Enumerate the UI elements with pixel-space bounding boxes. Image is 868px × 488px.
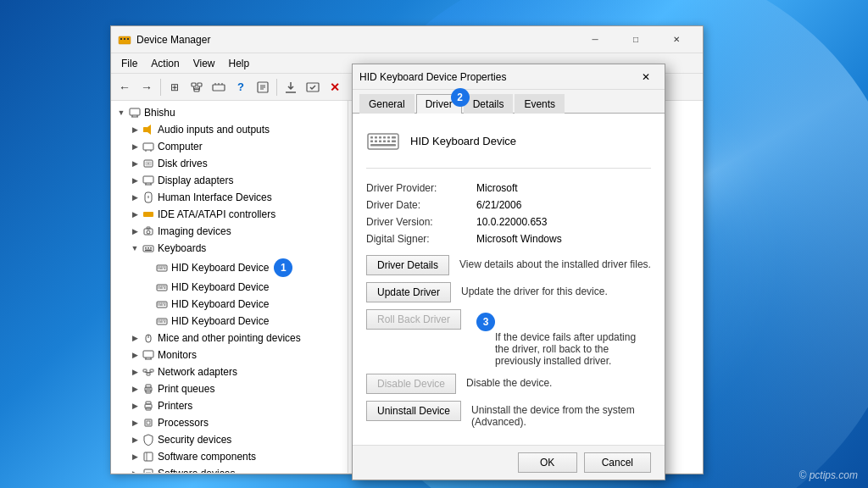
svg-rect-38 <box>143 212 153 217</box>
properties-button[interactable] <box>253 77 273 97</box>
window-controls: ─ □ ✕ <box>576 30 696 50</box>
uninstall-device-button[interactable]: Uninstall Device <box>366 401 461 421</box>
svg-rect-24 <box>143 127 147 132</box>
display-toggle: ▶ <box>128 174 142 187</box>
kbd2-icon <box>155 280 169 294</box>
menu-view[interactable]: View <box>186 56 222 71</box>
tree-item-kbd2[interactable]: ▶ HID Keyboard Device <box>111 279 348 296</box>
close-button[interactable]: ✕ <box>657 30 696 50</box>
tree-ide-label: IDE ATA/ATAPI controllers <box>158 208 275 220</box>
tree-item-print[interactable]: ▶ Print queues <box>111 380 348 397</box>
svg-rect-0 <box>119 36 131 44</box>
tree-item-sw-components[interactable]: ▶ Software components <box>111 448 348 465</box>
show-resources-button[interactable] <box>209 77 229 97</box>
tree-item-monitors[interactable]: ▶ Monitors <box>111 347 348 363</box>
forward-button[interactable]: → <box>136 77 157 97</box>
svg-rect-59 <box>161 286 163 287</box>
device-large-icon <box>366 124 400 158</box>
minimize-button[interactable]: ─ <box>576 30 615 50</box>
printers-toggle: ▶ <box>128 399 142 413</box>
tree-item-security[interactable]: ▶ Security devices <box>111 431 348 448</box>
sw-devices-icon <box>142 467 155 473</box>
maximize-button[interactable]: □ <box>616 30 655 50</box>
signer-label: Digital Signer: <box>366 233 476 245</box>
menu-file[interactable]: File <box>114 56 144 71</box>
delete-button[interactable]: ✕ <box>325 77 345 97</box>
scan-button[interactable] <box>303 77 323 97</box>
dialog-title: HID Keyboard Device Properties <box>359 71 634 83</box>
keyboards-toggle: ▼ <box>128 241 142 255</box>
tree-item-display[interactable]: ▶ Display adapters <box>111 172 348 189</box>
show-hidden-button[interactable]: ⊞ <box>164 77 185 97</box>
tree-item-ide[interactable]: ▶ IDE ATA/ATAPI controllers <box>111 206 348 223</box>
svg-rect-58 <box>159 286 161 287</box>
cancel-button[interactable]: Cancel <box>584 452 651 473</box>
svg-rect-66 <box>158 303 159 304</box>
svg-rect-3 <box>127 38 129 40</box>
sw-components-toggle: ▶ <box>128 450 142 463</box>
computer-folder-icon <box>142 140 155 153</box>
svg-rect-48 <box>158 267 159 268</box>
update-driver-row: Update Driver Update the driver for this… <box>366 282 651 302</box>
svg-rect-55 <box>164 269 166 269</box>
update-driver-button[interactable]: Update Driver <box>366 282 451 302</box>
svg-rect-91 <box>150 369 153 372</box>
tab-events[interactable]: Events <box>515 94 565 114</box>
back-button[interactable]: ← <box>114 77 135 97</box>
svg-rect-71 <box>158 305 159 306</box>
show-connection-button[interactable] <box>186 77 207 97</box>
watermark: © pctips.com <box>798 469 858 481</box>
tree-item-sw-devices[interactable]: ▶ Software devices <box>111 465 348 473</box>
tree-kbd1-label: HID Keyboard Device <box>171 262 269 274</box>
tree-item-audio[interactable]: ▶ Audio inputs and outputs <box>111 121 348 138</box>
menu-action[interactable]: Action <box>144 56 186 71</box>
svg-rect-67 <box>159 303 161 304</box>
menu-help[interactable]: Help <box>222 56 257 71</box>
svg-rect-123 <box>392 136 396 139</box>
svg-rect-69 <box>163 303 164 304</box>
ok-button[interactable]: OK <box>518 452 577 473</box>
tree-item-printers[interactable]: ▶ Printers <box>111 397 348 414</box>
svg-line-93 <box>148 372 152 373</box>
help-button[interactable]: ? <box>231 77 251 97</box>
svg-rect-70 <box>164 303 166 304</box>
svg-rect-120 <box>379 136 381 139</box>
svg-rect-124 <box>370 141 373 143</box>
tree-item-mice[interactable]: ▶ Mice and other pointing devices <box>111 330 348 347</box>
tree-network-label: Network adapters <box>158 366 237 378</box>
tree-printers-label: Printers <box>158 400 192 412</box>
tree-root[interactable]: ▼ Bhishu <box>111 104 348 121</box>
svg-rect-45 <box>150 247 152 249</box>
sw-components-icon <box>142 450 155 463</box>
tab-general[interactable]: General <box>359 94 415 114</box>
tree-item-imaging[interactable]: ▶ Imaging devices <box>111 223 348 240</box>
tree-item-hid[interactable]: ▶ Human Interface Devices <box>111 189 348 206</box>
svg-rect-43 <box>145 247 147 249</box>
tree-item-kbd3[interactable]: ▶ HID Keyboard Device <box>111 296 348 313</box>
app-icon <box>118 33 131 47</box>
tree-item-keyboards[interactable]: ▼ Keyboards <box>111 240 348 257</box>
tree-item-kbd1[interactable]: ▶ HID Keyboard Device 1 <box>111 257 348 279</box>
svg-rect-79 <box>164 320 166 321</box>
printers-icon <box>142 399 155 413</box>
tab-driver[interactable]: Driver 2 <box>416 94 462 114</box>
tree-item-processors[interactable]: ▶ Processors <box>111 414 348 431</box>
main-title-bar: Device Manager ─ □ ✕ <box>111 26 703 53</box>
svg-line-92 <box>145 372 148 373</box>
tree-item-kbd4[interactable]: ▶ HID Keyboard Device <box>111 313 348 330</box>
roll-back-button[interactable]: Roll Back Driver <box>366 309 461 330</box>
svg-rect-10 <box>213 85 225 91</box>
driver-details-button[interactable]: Driver Details <box>366 255 449 275</box>
svg-rect-68 <box>161 303 163 304</box>
update-driver-button[interactable] <box>281 77 301 97</box>
disable-device-button[interactable]: Disable Device <box>366 374 456 394</box>
tab-details[interactable]: Details <box>464 94 514 114</box>
svg-rect-60 <box>163 286 164 287</box>
tree-item-network[interactable]: ▶ Network adapters <box>111 363 348 380</box>
tree-item-computer[interactable]: ▶ Computer <box>111 138 348 155</box>
signer-row: Digital Signer: Microsoft Windows <box>366 233 651 245</box>
dialog-close-button[interactable]: ✕ <box>634 67 658 87</box>
tree-item-disk[interactable]: ▶ Disk drives <box>111 155 348 172</box>
tree-mice-label: Mice and other pointing devices <box>158 332 301 344</box>
disable-device-row: Disable Device Disable the device. <box>366 374 651 394</box>
